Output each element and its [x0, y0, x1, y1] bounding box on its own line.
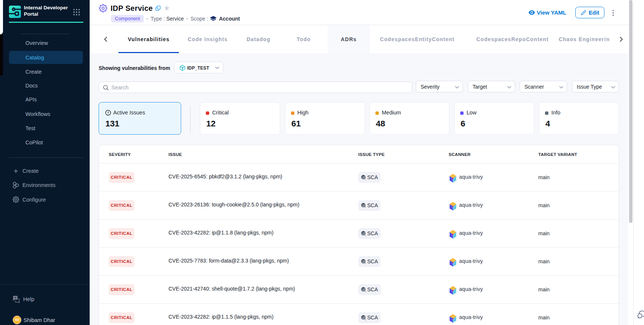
svg-text:?: ? [14, 296, 16, 300]
